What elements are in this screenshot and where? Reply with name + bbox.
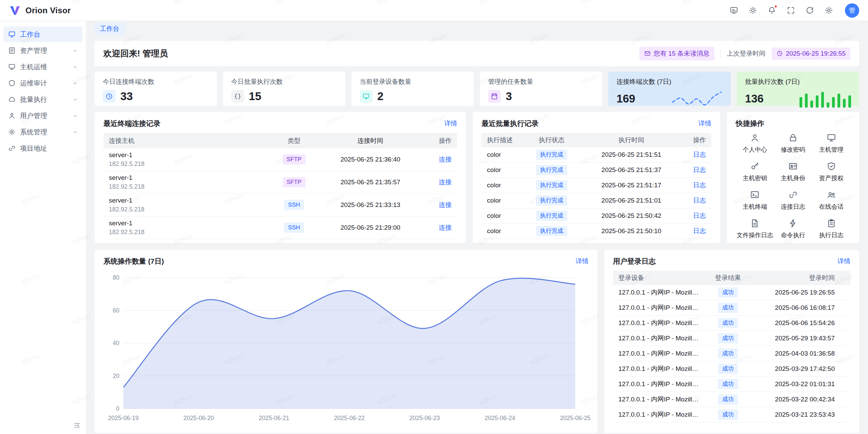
panel-title: 最近批量执行记录 bbox=[481, 119, 538, 128]
batch-sparkline bbox=[800, 90, 851, 108]
type-badge: SFTP bbox=[283, 177, 305, 187]
login-detail-link[interactable]: 详情 bbox=[837, 257, 850, 266]
quick-actions-panel: 快捷操作 个人中心 修改密码 主机管理 bbox=[727, 112, 859, 243]
column-header: 登录时间 bbox=[750, 273, 845, 282]
table-row: color 执行完成 2025-06-25 21:50:42 日志 bbox=[481, 208, 711, 224]
connect-link[interactable]: 连接 bbox=[439, 178, 452, 186]
unread-messages-badge[interactable]: 您有 15 条未读消息 bbox=[639, 47, 714, 60]
panel-title: 系统操作数量 (7日) bbox=[103, 257, 164, 266]
avatar[interactable]: 管 bbox=[845, 3, 859, 18]
stat-card-tasks: 管理的任务数量 3 bbox=[480, 72, 602, 106]
quick-action-label: 命令执行 bbox=[781, 231, 805, 239]
svg-text:20: 20 bbox=[113, 373, 119, 379]
sidebar-item-batch-exec[interactable]: 批量执行 bbox=[3, 92, 82, 107]
log-link[interactable]: 日志 bbox=[693, 197, 706, 204]
log-link[interactable]: 日志 bbox=[693, 227, 706, 234]
main-content: 工作台 欢迎回来! 管理员 您有 15 条未读消息 上次登录时间 2025-06… bbox=[86, 21, 868, 434]
batch-detail-link[interactable]: 详情 bbox=[698, 119, 711, 128]
sidebar-item-host-ops[interactable]: 主机运维 bbox=[3, 59, 82, 75]
message-icon bbox=[644, 50, 651, 57]
quick-action-file-operation-log[interactable]: 文件操作日志 bbox=[736, 219, 774, 242]
quick-action-host-management[interactable]: 主机管理 bbox=[812, 133, 850, 156]
column-header: 登录结果 bbox=[706, 273, 750, 282]
sidebar-item-ops-audit[interactable]: 运维审计 bbox=[3, 75, 82, 91]
quick-action-asset-grant[interactable]: 资产授权 bbox=[812, 162, 850, 185]
table-row: server-1 182.92.5.218 SSH 2025-06-25 21:… bbox=[103, 194, 457, 216]
clock-icon bbox=[105, 93, 113, 100]
column-header: 执行时间 bbox=[580, 136, 682, 145]
panel-title: 最近终端连接记录 bbox=[103, 119, 160, 128]
sidebar-item-workbench[interactable]: 工作台 bbox=[3, 26, 82, 42]
table-row: 127.0.0.1 - 内网IP - Mozilla/5.0 (Windows … bbox=[613, 377, 850, 392]
breadcrumb[interactable]: 工作台 bbox=[95, 23, 125, 35]
fullscreen-icon[interactable] bbox=[787, 6, 795, 15]
terminal-sparkline bbox=[671, 90, 723, 108]
screen-icon[interactable] bbox=[730, 6, 738, 15]
result-badge: 成功 bbox=[718, 364, 738, 374]
stat-card-today-batch: 今日批量执行次数 15 bbox=[223, 72, 346, 106]
table-row: color 执行完成 2025-06-25 21:51:51 日志 bbox=[481, 147, 711, 163]
collapse-sidebar-icon[interactable] bbox=[73, 421, 81, 429]
session-icon bbox=[827, 190, 836, 200]
quick-action-command-exec[interactable]: 命令执行 bbox=[774, 219, 812, 242]
quick-action-label: 执行日志 bbox=[819, 231, 844, 239]
quick-action-host-identity[interactable]: 主机身份 bbox=[774, 162, 812, 185]
quick-action-change-password[interactable]: 修改密码 bbox=[774, 133, 812, 156]
login-time: 2025-03-22 01:01:31 bbox=[750, 380, 845, 388]
svg-text:2025-06-24: 2025-06-24 bbox=[485, 415, 515, 421]
terminal-detail-link[interactable]: 详情 bbox=[444, 119, 457, 128]
quick-action-personal-center[interactable]: 个人中心 bbox=[736, 133, 774, 156]
result-badge: 成功 bbox=[718, 333, 738, 343]
host-ip: 182.92.5.218 bbox=[109, 229, 269, 236]
quick-action-online-session[interactable]: 在线会话 bbox=[812, 190, 850, 213]
quick-action-host-terminal[interactable]: 主机终端 bbox=[736, 190, 774, 213]
chevron-down-icon bbox=[73, 113, 78, 118]
sidebar-item-user-management[interactable]: 用户管理 bbox=[3, 108, 82, 124]
host-name: server-1 bbox=[109, 151, 269, 159]
result-badge: 成功 bbox=[718, 287, 738, 298]
sidebar-item-label: 项目地址 bbox=[20, 144, 47, 153]
login-device: 127.0.0.1 - 内网IP - Mozilla/5.0 (Windows … bbox=[618, 334, 706, 343]
exec-desc: color bbox=[487, 212, 523, 220]
sidebar-item-system-management[interactable]: 系统管理 bbox=[3, 124, 82, 140]
grant-icon bbox=[827, 162, 836, 171]
log-link[interactable]: 日志 bbox=[693, 212, 706, 219]
log-link[interactable]: 日志 bbox=[693, 166, 706, 173]
login-time: 2025-03-29 17:42:50 bbox=[750, 365, 845, 373]
theme-sun-icon[interactable] bbox=[749, 6, 757, 15]
column-header: 操作 bbox=[682, 136, 706, 145]
topbar: Orion Visor 管 bbox=[0, 0, 868, 21]
table-row: server-1 182.92.5.218 SSH 2025-06-25 21:… bbox=[103, 216, 457, 239]
quick-action-label: 主机终端 bbox=[743, 203, 767, 211]
refresh-icon[interactable] bbox=[806, 6, 814, 15]
login-device: 127.0.0.1 - 内网IP - Mozilla/5.0 (Windows … bbox=[618, 303, 706, 312]
sidebar: 工作台 资产管理 主机运维 运维审计 批量执行 用户管理 bbox=[0, 21, 86, 434]
sidebar-item-label: 主机运维 bbox=[20, 62, 47, 72]
settings-icon[interactable] bbox=[825, 6, 833, 15]
connect-link[interactable]: 连接 bbox=[439, 224, 452, 231]
stat-label: 管理的任务数量 bbox=[488, 77, 594, 86]
operations-detail-link[interactable]: 详情 bbox=[576, 257, 589, 266]
person-icon bbox=[750, 133, 760, 143]
login-time: 2025-05-29 19:43:57 bbox=[750, 335, 845, 342]
log-link[interactable]: 日志 bbox=[693, 151, 706, 158]
column-header: 类型 bbox=[269, 136, 319, 145]
welcome-card: 欢迎回来! 管理员 您有 15 条未读消息 上次登录时间 2025-06-25 … bbox=[95, 41, 859, 66]
column-header: 连接主机 bbox=[109, 136, 269, 145]
quick-action-label: 主机密钥 bbox=[743, 174, 767, 182]
exec-time: 2025-06-25 21:50:42 bbox=[580, 212, 682, 220]
sidebar-item-project-url[interactable]: 项目地址 bbox=[3, 140, 82, 156]
login-time: 2025-06-25 19:26:55 bbox=[750, 289, 845, 296]
connect-link[interactable]: 连接 bbox=[439, 201, 452, 208]
log-link[interactable]: 日志 bbox=[693, 182, 706, 189]
brand[interactable]: Orion Visor bbox=[9, 4, 71, 17]
sidebar-item-asset-management[interactable]: 资产管理 bbox=[3, 43, 82, 58]
notifications-icon[interactable] bbox=[768, 6, 776, 15]
quick-action-connect-log[interactable]: 连接日志 bbox=[774, 190, 812, 213]
exec-time: 2025-06-25 21:51:37 bbox=[580, 166, 682, 174]
quick-action-exec-log[interactable]: 执行日志 bbox=[812, 219, 850, 242]
connect-link[interactable]: 连接 bbox=[439, 156, 452, 163]
quick-action-host-key[interactable]: 主机密钥 bbox=[736, 162, 774, 185]
login-time: 2025-03-21 23:53:43 bbox=[750, 411, 845, 418]
table-row: color 执行完成 2025-06-25 21:51:17 日志 bbox=[481, 178, 711, 193]
